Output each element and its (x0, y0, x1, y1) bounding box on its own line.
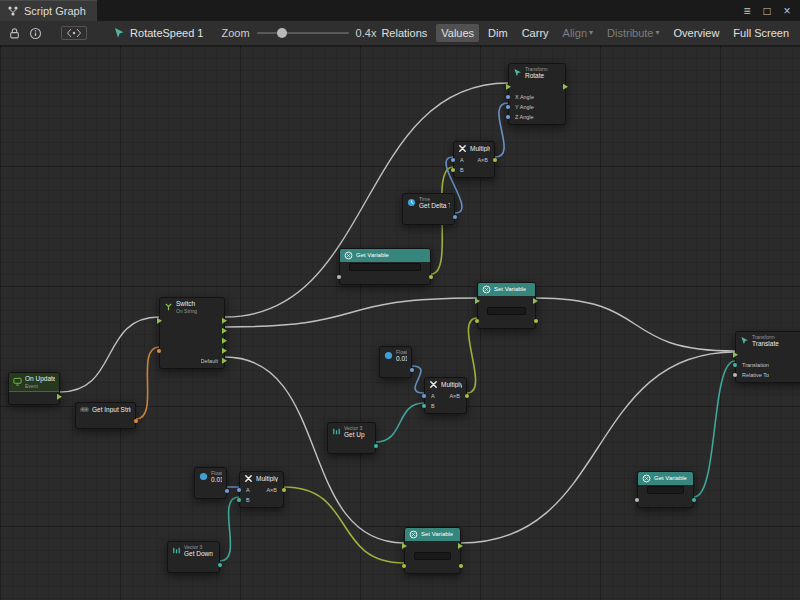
value-port-out[interactable] (453, 215, 457, 219)
node-get-variable-1[interactable]: Get Variable (339, 248, 431, 285)
node-header: Float0.01 (380, 347, 411, 365)
value-port-out[interactable] (218, 563, 222, 567)
port-row (403, 212, 454, 222)
node-titles: Set Variable (421, 531, 453, 538)
value-port-out[interactable] (429, 275, 433, 279)
lock-icon (8, 27, 21, 40)
value-port-out[interactable] (225, 489, 229, 493)
zoom-slider[interactable] (257, 27, 349, 39)
value-port-in[interactable] (237, 488, 241, 492)
node-titles: TimeGet Delta Time (419, 196, 450, 210)
wire-val-multiply3-to-setvar2[interactable] (284, 487, 404, 563)
variable-name-field[interactable] (349, 263, 421, 271)
value-port-in[interactable] (733, 363, 737, 367)
zoom-to-fit-button[interactable] (61, 26, 87, 40)
value-port-in[interactable] (337, 275, 341, 279)
wire-flow-update-to-switch[interactable] (60, 317, 159, 392)
node-get-up[interactable]: Vector 3Get Up (327, 422, 376, 454)
value-port-out[interactable] (134, 419, 138, 423)
window-menu-button[interactable]: ≡ (738, 2, 756, 20)
node-titles: Get Variable (654, 475, 687, 482)
overview-button[interactable]: Overview (669, 24, 725, 42)
node-multiply-3[interactable]: MultiplyAA×BB (239, 471, 284, 508)
port-label: B (246, 497, 250, 503)
flow-port-in[interactable] (157, 318, 162, 324)
wire-val-multiply2-to-setvar1[interactable] (467, 318, 477, 393)
wire-flow-switch-to-setvar1[interactable] (225, 298, 477, 327)
node-get-down[interactable]: Vector 3Get Down (167, 541, 220, 573)
wire-flow-setvar2-to-translate[interactable] (461, 352, 735, 543)
value-port-in[interactable] (451, 168, 455, 172)
wire-val-getvar2-to-translate[interactable] (694, 361, 735, 497)
node-get-input-string[interactable]: Get Input Strin (75, 402, 136, 429)
node-multiply-1[interactable]: MultiplyAA×BB (453, 141, 495, 178)
node-rotate[interactable]: TransformRotateX AngleY AngleZ Angle (508, 63, 566, 125)
value-port-out[interactable] (692, 498, 696, 502)
values-button[interactable]: Values (436, 24, 479, 42)
value-port-in[interactable] (635, 498, 639, 502)
variable-icon (642, 474, 651, 483)
distribute-button[interactable]: Distribute ▾ (602, 24, 664, 42)
node-translate[interactable]: TransformTranslateTranslationRelative To (735, 331, 800, 383)
node-multiply-2[interactable]: MultiplyAA×BB (424, 377, 467, 414)
wire-flow-setvar1-to-translate[interactable] (536, 298, 735, 351)
value-port-out[interactable] (374, 444, 378, 448)
value-port-in[interactable] (402, 564, 406, 568)
align-button[interactable]: Align ▾ (558, 24, 598, 42)
node-float-1[interactable]: Float0.01 (379, 346, 412, 378)
variable-name-field[interactable] (647, 486, 684, 494)
node-get-variable-2[interactable]: Get Variable (637, 471, 694, 508)
flow-port-in[interactable] (402, 543, 407, 549)
variable-name-field[interactable] (487, 307, 526, 315)
wire-string-input-to-switch[interactable] (136, 347, 159, 419)
node-float-2[interactable]: Float0.01 (194, 467, 227, 499)
value-port-out[interactable] (410, 368, 414, 372)
port-row (160, 326, 224, 336)
node-on-update[interactable]: On UpdateEvent (8, 372, 60, 405)
value-port-out[interactable] (493, 158, 497, 162)
window-close-button[interactable]: × (778, 2, 796, 20)
node-set-variable-1[interactable]: Set Variable (477, 282, 536, 329)
value-port-out[interactable] (282, 488, 286, 492)
value-port-in[interactable] (506, 105, 510, 109)
node-title: Rotate (525, 72, 548, 80)
value-port-in[interactable] (475, 319, 479, 323)
value-port-out[interactable] (534, 319, 538, 323)
lock-button[interactable] (6, 25, 24, 42)
value-port-in[interactable] (506, 95, 510, 99)
value-port-out[interactable] (465, 394, 469, 398)
node-set-variable-2[interactable]: Set Variable (404, 527, 461, 574)
dim-button[interactable]: Dim (483, 24, 513, 42)
tab-script-graph[interactable]: Script Graph (0, 0, 97, 21)
info-button[interactable] (27, 25, 45, 42)
graph-canvas[interactable]: On UpdateEventGet Input StrinSwitchOn St… (0, 46, 800, 600)
value-port-out[interactable] (459, 564, 463, 568)
wire-val-getup-to-multiply2[interactable] (376, 403, 424, 442)
node-get-delta-time[interactable]: TimeGet Delta Time (402, 193, 455, 225)
variable-name-field[interactable] (414, 552, 451, 560)
window-maximize-button[interactable]: □ (758, 2, 776, 20)
value-port-in[interactable] (237, 498, 241, 502)
wire-flow-switch-default-to-setvar2[interactable] (225, 357, 404, 543)
value-port-in[interactable] (157, 349, 161, 353)
full-screen-button[interactable]: Full Screen (728, 24, 794, 42)
flow-port-in[interactable] (506, 84, 511, 90)
vector-icon (172, 546, 181, 555)
value-port-in[interactable] (422, 394, 426, 398)
node-titles: TransformRotate (525, 66, 548, 80)
relations-button[interactable]: Relations (376, 24, 432, 42)
value-port-in[interactable] (733, 373, 737, 377)
node-header: On UpdateEvent (9, 373, 59, 392)
node-switch-on-string[interactable]: SwitchOn StringDefault (159, 297, 225, 369)
carry-button[interactable]: Carry (517, 24, 554, 42)
flow-port-in[interactable] (475, 298, 480, 304)
wire-val-getdown-to-multiply3[interactable] (220, 497, 239, 561)
graph-breadcrumb[interactable]: RotateSpeed 1 (113, 27, 203, 39)
wire-val-multiply1-to-rotate[interactable] (495, 103, 508, 157)
value-port-in[interactable] (451, 158, 455, 162)
flow-port-in[interactable] (733, 352, 738, 358)
port-label: X Angle (515, 94, 534, 100)
zoom-slider-handle[interactable] (277, 28, 287, 38)
value-port-in[interactable] (422, 404, 426, 408)
value-port-in[interactable] (506, 115, 510, 119)
